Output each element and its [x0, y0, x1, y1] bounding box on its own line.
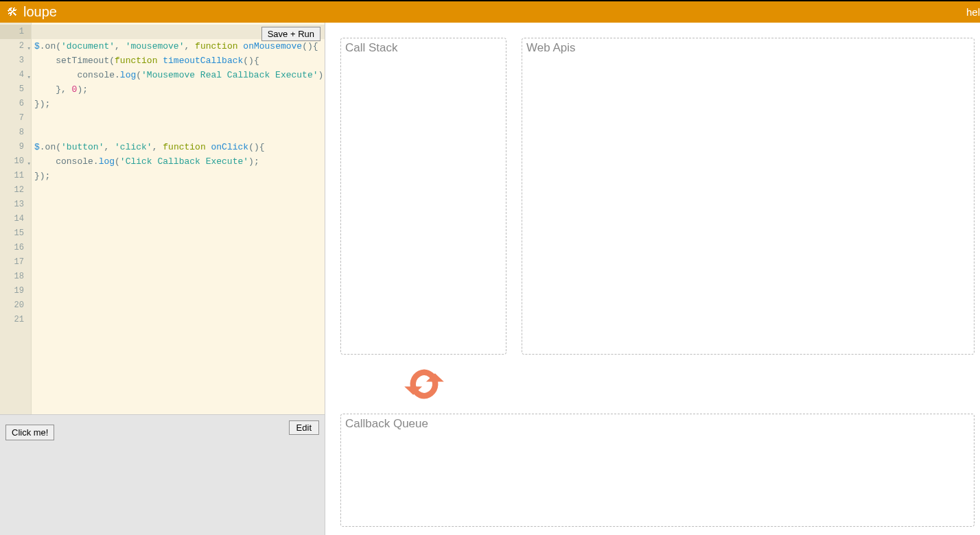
code-line[interactable]	[32, 226, 325, 241]
code-line[interactable]: $.on('document', 'mousemove', function o…	[32, 39, 325, 54]
main-area: 123456789101112131415161718192021 $.on('…	[0, 23, 980, 535]
click-me-button[interactable]: Click me!	[5, 425, 54, 440]
line-number: 18	[0, 270, 31, 284]
code-line[interactable]: });	[32, 97, 325, 111]
render-area[interactable]: Click me! Edit	[0, 414, 325, 535]
line-number: 21	[0, 313, 31, 327]
code-line[interactable]: console.log('Click Callback Execute');	[32, 154, 325, 169]
callback-queue-title: Callback Queue	[345, 417, 428, 431]
line-number: 11	[0, 169, 31, 183]
runtime-visualizer: Call Stack Web Apis Callback Queue	[325, 23, 980, 535]
code-line[interactable]: $.on('button', 'click', function onClick…	[32, 140, 325, 154]
line-number: 7	[0, 111, 31, 126]
callback-queue-panel: Callback Queue	[340, 414, 975, 527]
editor-gutter: 123456789101112131415161718192021	[0, 23, 32, 414]
code-line[interactable]	[32, 212, 325, 226]
code-line[interactable]	[32, 241, 325, 255]
code-line[interactable]	[32, 298, 325, 313]
code-line[interactable]: setTimeout(function timeoutCallback(){	[32, 54, 325, 68]
code-line[interactable]	[32, 126, 325, 140]
line-number: 4	[0, 68, 31, 82]
code-line[interactable]	[32, 313, 325, 327]
edit-button[interactable]: Edit	[289, 420, 319, 435]
code-line[interactable]	[32, 255, 325, 270]
line-number: 17	[0, 255, 31, 270]
line-number: 8	[0, 126, 31, 140]
editor-code-area[interactable]: $.on('document', 'mousemove', function o…	[32, 23, 325, 414]
line-number: 5	[0, 82, 31, 97]
line-number: 1	[0, 25, 31, 39]
code-line[interactable]: });	[32, 169, 325, 183]
line-number: 14	[0, 212, 31, 226]
line-number: 20	[0, 298, 31, 313]
code-line[interactable]	[32, 198, 325, 212]
left-pane: 123456789101112131415161718192021 $.on('…	[0, 23, 325, 535]
line-number: 9	[0, 140, 31, 154]
code-line[interactable]	[32, 270, 325, 284]
help-link[interactable]: hel	[966, 6, 980, 18]
web-apis-title: Web Apis	[526, 41, 576, 55]
line-number: 16	[0, 241, 31, 255]
line-number: 3	[0, 54, 31, 68]
tools-icon: 🛠	[7, 6, 18, 19]
line-number: 10	[0, 154, 31, 169]
event-loop-icon	[399, 364, 449, 404]
code-line[interactable]	[32, 284, 325, 298]
code-line[interactable]	[32, 183, 325, 198]
code-line[interactable]	[32, 111, 325, 126]
line-number: 13	[0, 198, 31, 212]
line-number: 15	[0, 226, 31, 241]
line-number: 2	[0, 39, 31, 54]
app-header: 🛠 loupe hel	[0, 1, 980, 23]
call-stack-panel: Call Stack	[340, 38, 506, 355]
call-stack-title: Call Stack	[345, 41, 398, 55]
code-editor[interactable]: 123456789101112131415161718192021 $.on('…	[0, 23, 325, 414]
line-number: 12	[0, 183, 31, 198]
app-title: loupe	[23, 4, 57, 20]
web-apis-panel: Web Apis	[522, 38, 975, 355]
save-run-button[interactable]: Save + Run	[261, 27, 320, 41]
code-line[interactable]: }, 0);	[32, 82, 325, 97]
line-number: 6	[0, 97, 31, 111]
code-line[interactable]: console.log('Mousemove Real Callback Exe…	[32, 68, 325, 82]
line-number: 19	[0, 284, 31, 298]
